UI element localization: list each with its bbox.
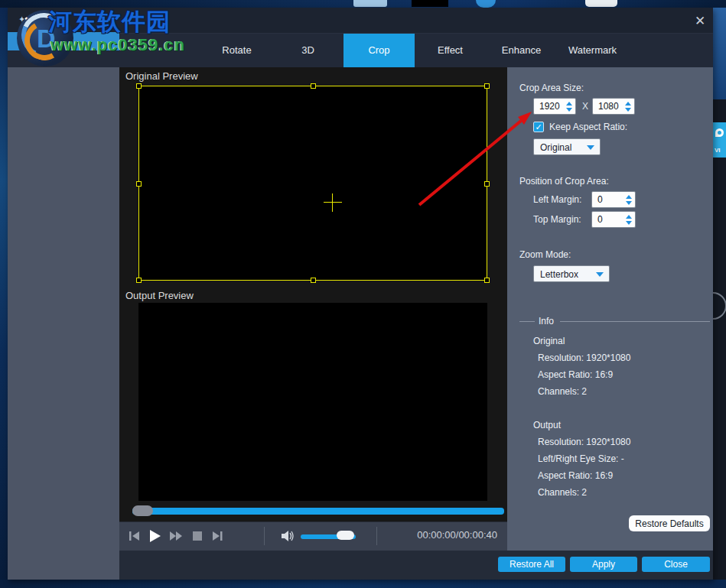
- background-fragment: [412, 0, 448, 7]
- crop-handle-mid-right[interactable]: [484, 181, 490, 187]
- restore-defaults-button[interactable]: Restore Defaults: [629, 515, 710, 531]
- left-margin-input[interactable]: [592, 192, 623, 207]
- divider: [560, 321, 710, 322]
- skip-end-icon[interactable]: [210, 528, 225, 544]
- time-display: 00:00:00/00:00:40: [417, 529, 497, 541]
- tab-watermark[interactable]: Watermark: [557, 34, 628, 67]
- footer-bar: Restore All Apply Close: [119, 551, 713, 580]
- watermark-site-url: www.pc0359.cn: [50, 35, 185, 55]
- stop-icon[interactable]: [190, 528, 205, 544]
- crop-area-size-label: Crop Area Size:: [519, 83, 584, 93]
- original-preview-label: Original Preview: [125, 70, 198, 82]
- output-resolution: Resolution: 1920*1080: [538, 437, 630, 447]
- output-eye-size: Left/Right Eye Size: -: [538, 453, 624, 464]
- fast-forward-icon[interactable]: [168, 528, 184, 544]
- aspect-ratio-value: Original: [540, 142, 571, 153]
- tab-enhance[interactable]: Enhance: [486, 34, 557, 67]
- zoom-mode-dropdown[interactable]: Letterbox: [533, 265, 610, 282]
- chevron-down-icon: [596, 272, 604, 277]
- spinner-arrows[interactable]: [623, 193, 633, 206]
- tab-crop[interactable]: Crop: [343, 34, 415, 67]
- edit-dialog: ✦ Edit ✕ Rotate 3D Crop Effect Enhance W…: [8, 8, 713, 580]
- watermark-site-name: 河东软件园: [48, 6, 171, 38]
- nvidia-partial-label: VI: [715, 147, 721, 154]
- spin-up-icon[interactable]: [566, 102, 572, 106]
- playback-controls: 00:00:00/00:00:40: [119, 521, 507, 551]
- crop-handle-mid-left[interactable]: [136, 181, 142, 187]
- crop-handle-top-center[interactable]: [311, 83, 316, 89]
- original-info-title: Original: [533, 336, 565, 346]
- crop-handle-bottom-left[interactable]: [136, 278, 142, 283]
- crop-handle-bottom-center[interactable]: [311, 278, 316, 283]
- aspect-ratio-dropdown[interactable]: Original: [533, 138, 601, 155]
- nvidia-badge: VI: [713, 122, 726, 158]
- volume-icon[interactable]: [280, 528, 295, 544]
- crop-width-input[interactable]: [534, 99, 563, 114]
- divider: [376, 527, 377, 545]
- seek-bar: [119, 502, 507, 521]
- skip-start-icon[interactable]: [127, 528, 142, 544]
- original-resolution: Resolution: 1920*1080: [538, 352, 630, 363]
- volume-handle[interactable]: [337, 531, 354, 540]
- crop-width-spinner: [533, 98, 576, 115]
- top-margin-spinner: [591, 211, 636, 228]
- top-margin-input[interactable]: [592, 212, 623, 227]
- left-margin-spinner: [591, 191, 636, 208]
- spin-down-icon[interactable]: [626, 221, 632, 225]
- left-spacer-panel: [8, 67, 119, 580]
- tab-3d[interactable]: 3D: [272, 34, 343, 67]
- preview-area: Original Preview Output Preview: [119, 67, 507, 551]
- tab-rotate[interactable]: Rotate: [201, 34, 272, 67]
- desktop-left-strip: [0, 8, 8, 580]
- close-button[interactable]: Close: [642, 557, 710, 572]
- zoom-mode-label: Zoom Mode:: [519, 249, 571, 260]
- output-channels: Channels: 2: [538, 487, 587, 498]
- desktop-bottom-strip: [0, 580, 726, 588]
- spin-down-icon[interactable]: [566, 108, 572, 112]
- crop-selection-rect[interactable]: [138, 86, 487, 281]
- crop-handle-top-left[interactable]: [136, 83, 142, 89]
- spin-up-icon[interactable]: [626, 215, 632, 219]
- play-icon[interactable]: [147, 528, 162, 544]
- chevron-down-icon: [587, 145, 594, 150]
- spinner-arrows[interactable]: [564, 99, 574, 113]
- divider: [519, 321, 535, 322]
- divider: [264, 527, 265, 545]
- spinner-arrows[interactable]: [623, 213, 633, 226]
- top-margin-label: Top Margin:: [533, 214, 581, 225]
- keep-aspect-label: Keep Aspect Ratio:: [549, 122, 627, 132]
- spin-down-icon[interactable]: [626, 201, 632, 205]
- keep-aspect-checkbox[interactable]: ✓: [533, 122, 544, 132]
- crop-center-crosshair: [332, 193, 333, 212]
- apply-button[interactable]: Apply: [570, 557, 637, 572]
- seek-track[interactable]: [132, 508, 504, 515]
- close-icon[interactable]: ✕: [690, 12, 710, 31]
- crop-height-spinner: [592, 98, 635, 115]
- spin-up-icon[interactable]: [626, 195, 632, 199]
- output-preview-viewport: [138, 303, 487, 501]
- background-fragment: [353, 0, 387, 7]
- crop-handle-bottom-right[interactable]: [484, 278, 490, 283]
- tab-effect[interactable]: Effect: [415, 34, 486, 67]
- original-aspect-ratio: Aspect Ratio: 16:9: [538, 369, 613, 380]
- restore-all-button[interactable]: Restore All: [498, 557, 565, 572]
- background-window-edge: VI: [713, 8, 726, 580]
- crop-handle-top-right[interactable]: [484, 83, 490, 89]
- background-gradient: [713, 8, 726, 99]
- seek-handle[interactable]: [132, 505, 153, 516]
- background-fragment: [585, 0, 617, 7]
- output-info-title: Output: [533, 420, 561, 430]
- nvidia-eye-icon: [715, 128, 724, 137]
- output-aspect-ratio: Aspect Ratio: 16:9: [538, 470, 613, 481]
- crop-center-crosshair: [324, 202, 342, 203]
- output-preview-label: Output Preview: [125, 290, 194, 301]
- spin-down-icon[interactable]: [625, 108, 631, 112]
- spinner-arrows[interactable]: [623, 99, 633, 113]
- zoom-mode-value: Letterbox: [540, 269, 578, 280]
- left-margin-label: Left Margin:: [533, 194, 581, 205]
- spin-up-icon[interactable]: [625, 102, 631, 106]
- position-label: Position of Crop Area:: [519, 176, 609, 187]
- crop-settings-panel: Crop Area Size: X ✓ Keep Aspect Ratio: O…: [507, 67, 713, 551]
- crop-height-input[interactable]: [593, 99, 622, 114]
- original-channels: Channels: 2: [538, 386, 587, 397]
